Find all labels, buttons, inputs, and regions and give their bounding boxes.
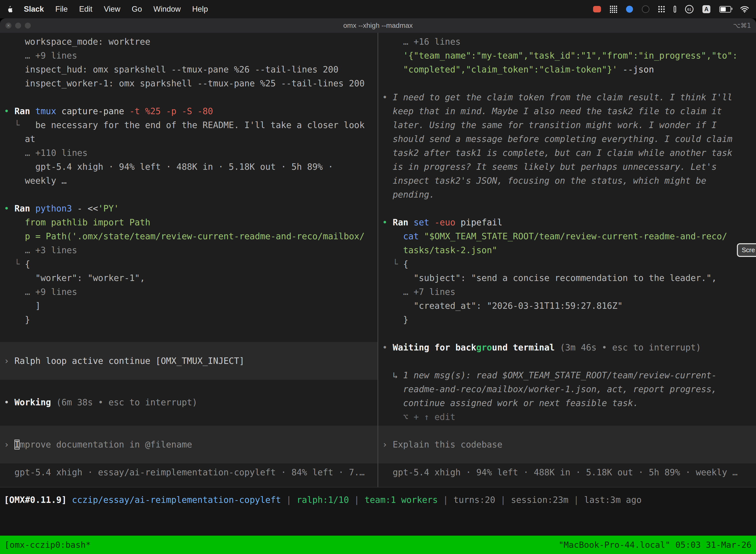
text-segment: |: [438, 495, 453, 505]
text-segment: readme-and-reco/mailbox/worker-1.json, a…: [382, 384, 717, 394]
text-segment: team:1 workers: [365, 495, 438, 505]
pane-left: workspace_mode: worktree … +9 lines insp…: [0, 33, 378, 487]
terminal-line: • Ran python3 - <<'PY': [4, 202, 378, 215]
battery-icon[interactable]: [719, 6, 731, 13]
terminal-line: should send a message before completing …: [382, 132, 756, 146]
menu-bar-status-icons: 61 A: [593, 5, 749, 13]
terminal-line: '{"team_name":"my-team","task_id":"1","f…: [382, 49, 756, 63]
terminal-line: ]: [4, 299, 378, 313]
composer-input-left[interactable]: › Improve documentation in @filename: [0, 426, 378, 463]
text-segment: {: [403, 259, 408, 269]
terminal-line: pending.: [382, 188, 756, 202]
text-segment: [OMX#0.11.9]: [4, 495, 72, 505]
terminal-line: keep that in mind. Maybe I also need the…: [382, 104, 756, 118]
terminal-line: inspect task2's JSON, focusing on the st…: [382, 174, 756, 188]
text-segment: tmux: [35, 106, 61, 116]
terminal-line: ↳ 1 new msg(s): read $OMX_TEAM_STATE_ROO…: [382, 368, 756, 382]
text-segment: workspace_mode: worktree: [4, 37, 150, 47]
wifi-icon[interactable]: [740, 6, 749, 13]
terminal-line: workspace_mode: worktree: [4, 35, 378, 49]
terminal-line: }: [4, 313, 378, 327]
terminal-line: [382, 202, 756, 215]
text-segment: gpt-5.4 xhigh · 94% left · 488K in · 5.1…: [4, 162, 333, 172]
terminal-line: inspect_worker-1: omx sparkshell --tmux-…: [4, 76, 378, 90]
text-segment: •: [382, 217, 393, 227]
omx-hud-statusline: [OMX#0.11.9] cczip/essay/ai-reimplementa…: [0, 493, 756, 507]
terminal-line: inspect_hud: omx sparkshell --tmux-pane …: [4, 63, 378, 76]
text-segment: └: [4, 120, 25, 130]
menu-item[interactable]: View: [104, 5, 120, 14]
text-segment: "created_at": "2026-03-31T11:59:27.816Z": [382, 301, 623, 311]
window-shortcut-hint: ⌥⌘1: [733, 22, 751, 29]
terminal-line: • I need to get the claim token from the…: [382, 90, 756, 104]
text-segment: └: [382, 259, 403, 269]
screen-recording-icon[interactable]: [593, 6, 601, 12]
zoom-button[interactable]: [25, 22, 31, 29]
minimize-button[interactable]: [15, 22, 21, 29]
dark-app-icon[interactable]: [642, 5, 649, 13]
text-segment: "completed","claim_token":"claim-token"}…: [382, 64, 623, 74]
text-segment: (3m 46s • esc to interrupt): [560, 342, 701, 352]
text-segment: … +3 lines: [4, 245, 77, 255]
app-menu-slack[interactable]: Slack: [24, 5, 44, 14]
text-segment: last:3m ago: [584, 495, 642, 505]
apple-menu-icon[interactable]: [7, 6, 12, 13]
text-segment: keep that in mind. Maybe I also need the…: [382, 106, 722, 116]
terminal-line: is in progress? It seems likely but perh…: [382, 160, 756, 174]
text-segment: ralph:1/10: [297, 495, 349, 505]
composer-input-right[interactable]: › Explain this codebase: [378, 426, 756, 463]
text-segment: mprove documentation in @filename: [19, 440, 192, 449]
text-segment: session:23m: [511, 495, 568, 505]
text-segment: … +7 lines: [382, 287, 455, 297]
text-segment: Ran: [14, 106, 35, 116]
text-segment: ›: [4, 356, 14, 366]
terminal-line: └ {: [382, 257, 756, 271]
battery-percent-icon[interactable]: 61: [685, 5, 693, 13]
queued-message: › Ralph loop active continue [OMX_TMUX_I…: [0, 342, 378, 380]
menu-item[interactable]: Window: [153, 5, 181, 14]
text-segment: pipefail: [460, 217, 503, 227]
menu-item[interactable]: File: [55, 5, 68, 14]
text-segment: … +9 lines: [4, 51, 77, 61]
terminal-line: … +9 lines: [4, 49, 378, 63]
grid-app-icon[interactable]: [610, 6, 617, 13]
blue-app-icon[interactable]: [626, 6, 633, 13]
tmux-host-time: "MacBook-Pro-44.local" 05:03 31-Mar-26: [559, 540, 752, 550]
slim-app-icon[interactable]: [674, 6, 676, 13]
terminal-line: p = Path('.omx/state/team/review-current…: [4, 229, 378, 243]
terminal-line: … +9 lines: [4, 285, 378, 299]
terminal-line: task2 after task1 is complete, but can I…: [382, 146, 756, 160]
text-segment: 1 new msg(s): read $OMX_TEAM_STATE_ROOT/…: [403, 370, 716, 380]
text-segment: |: [281, 495, 297, 505]
input-source-icon[interactable]: A: [702, 5, 710, 13]
screen-share-button[interactable]: Scre: [737, 243, 756, 257]
menu-item[interactable]: Help: [192, 5, 208, 14]
dots-grid-icon[interactable]: [658, 6, 665, 12]
pane-right: … +16 lines '{"team_name":"my-team","tas…: [378, 33, 756, 487]
text-segment: gpt-5.4 xhigh · 94% left · 488K in · 5.1…: [382, 467, 738, 477]
menu-item[interactable]: Go: [132, 5, 142, 14]
text-segment: }: [4, 315, 30, 325]
right-scrollback: … +16 lines '{"team_name":"my-team","tas…: [382, 35, 756, 424]
terminal-line: [4, 90, 378, 104]
tmux-panes: workspace_mode: worktree … +9 lines insp…: [0, 33, 756, 488]
text-segment: "$OMX_TEAM_STATE_ROOT/team/review-curren…: [424, 231, 727, 241]
window-title: omx --xhigh --madmax: [343, 21, 413, 30]
menu-item[interactable]: Edit: [79, 5, 92, 14]
tmux-session-label: [omx-cczip0:bash*: [4, 540, 91, 550]
text-segment: cat: [403, 231, 424, 241]
terminal-line: … +3 lines: [4, 243, 378, 257]
window-title-bar[interactable]: omx --xhigh --madmax ⌥⌘1: [0, 18, 756, 33]
text-segment: p = Path('.omx/state/team/review-current…: [4, 231, 365, 241]
text-segment: •: [382, 342, 393, 352]
text-segment: … +16 lines: [382, 37, 460, 47]
close-button[interactable]: [5, 22, 11, 29]
terminal-line: … +16 lines: [382, 35, 756, 49]
text-segment: pending.: [382, 189, 435, 200]
terminal-line: [382, 76, 756, 90]
text-segment: "worker": "worker-1",: [4, 273, 145, 283]
terminal-line: "subject": "send a concise recommendatio…: [382, 271, 756, 285]
text-segment: und terminal: [492, 342, 560, 352]
terminal-line: └ be necessary for the end of the README…: [4, 118, 378, 132]
text-segment: cczip/essay/ai-reimplementation-copyleft: [72, 495, 281, 505]
